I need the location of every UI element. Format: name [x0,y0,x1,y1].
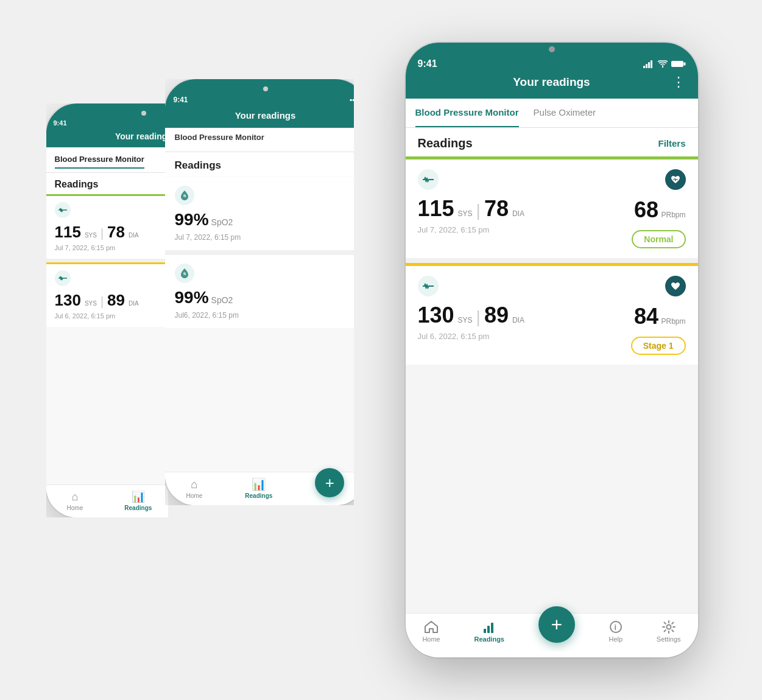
status-icons-phone2: ▪▪▪ [350,96,354,104]
phone-2: 9:41 ▪▪▪ Your readings Blood Pressure Mo… [165,79,354,505]
date-2-phone3: Jul 6, 2022, 6:15 pm [418,332,524,341]
camera-phone1 [141,111,146,116]
svg-point-15 [666,625,671,629]
time-phone3: 9:41 [418,58,437,69]
ecg-icon-2-phone3 [418,276,439,296]
nav-readings-phone2[interactable]: 📊 Readings [245,477,272,499]
dia-label-2-phone1: DIA [129,300,139,307]
tab-bp-phone2[interactable]: Blood Pressure Monitor [175,133,264,148]
scene: 9:41 ▪▪▪ Your readings Blood Pressure Mo… [46,30,716,670]
spo2-card-2-phone2: O₂ 99% SpO2 Jul6, 2022, 6:15 pm [165,255,354,328]
pr-val-1-phone3: 68 [634,197,658,222]
reading-card-1-phone3: 115 SYS | 78 DIA Jul 7, 2022, 6:15 pm [406,156,698,258]
bottom-nav-phone3: Home Readings + i Help [406,613,698,651]
nav-home-phone1[interactable]: ⌂ Home [67,491,83,511]
svg-text:i: i [614,623,616,632]
camera-phone2 [263,86,268,91]
ecg-icon-2-phone1 [55,270,71,286]
reading-card-2-phone1: 130 SYS | 89 DIA Jul 6, 2022, 6:15 pm [46,262,168,327]
nav-readings-phone3[interactable]: Readings [474,620,504,643]
fab-phone2[interactable]: + [315,468,344,497]
pr-val-2-phone3: 84 [634,304,658,329]
spo2-label-2-phone2: SpO2 [211,295,233,305]
fab-phone3[interactable]: + [538,606,575,643]
status-bar-phone1: 9:41 ▪▪▪ [46,116,168,129]
sys-val-1-phone3: 115 [418,196,454,222]
date-2-phone1: Jul 6, 2022, 6:15 pm [55,312,168,320]
sys-val-1-phone1: 115 [55,223,81,242]
card-divider-phone3 [406,258,698,263]
svg-rect-5 [646,64,647,68]
spo2-date-2-phone2: Jul6, 2022, 6:15 pm [175,311,354,320]
top-section-phone3: 9:41 [406,43,698,99]
readings-icon-phone1: 📊 [132,490,145,503]
sys-val-2-phone1: 130 [55,291,81,310]
wifi-icon [658,60,668,68]
phone-3: 9:41 [406,43,698,657]
dia-val-1-phone1: 78 [107,223,125,242]
bottom-nav-phone2: ⌂ Home 📊 Readings + [165,472,354,505]
svg-rect-4 [643,66,645,68]
pr-label-2-phone3: PRbpm [661,317,685,326]
dia-label-2-phone3: DIA [512,316,524,324]
nav-home-phone3[interactable]: Home [422,620,440,643]
tab-bp-phone1[interactable]: Blood Pressure Monitor [55,155,144,169]
sys-label-1-phone1: SYS [85,232,97,239]
home-icon-phone3 [424,620,439,634]
dia-label-1-phone1: DIA [129,232,139,239]
svg-rect-7 [651,60,652,68]
time-phone1: 9:41 [54,119,67,127]
spo2-date-1-phone2: Jul 7, 2022, 6:15 pm [175,233,354,242]
svg-text:O₂: O₂ [183,195,186,198]
ecg-icon-1-phone3 [418,169,439,190]
spo2-label-1-phone2: SpO2 [211,217,233,227]
heart-icon-1-phone3 [665,169,686,190]
nav-home-phone2[interactable]: ⌂ Home [186,478,203,499]
svg-rect-11 [487,626,490,633]
pr-label-1-phone3: PRbpm [661,211,685,219]
camera-phone3 [549,46,555,52]
spo2-icon-2-phone2: O₂ [175,264,194,283]
dia-val-2-phone1: 89 [107,291,125,310]
sys-label-2-phone3: SYS [458,316,473,324]
status-icons-phone3 [643,60,686,68]
svg-rect-12 [491,623,493,633]
spo2-card-1-phone2: O₂ 99% SpO2 Jul 7, 2022, 6:15 pm [165,177,354,250]
status-badge-stage1-phone3: Stage 1 [631,337,686,355]
content-phone3: Readings Filters 115 SYS | 78 [406,128,698,613]
menu-icon-phone3[interactable]: ⋮ [672,75,686,89]
date-1-phone3: Jul 7, 2022, 6:15 pm [418,225,524,234]
readings-title-phone2: Readings [175,159,222,171]
time-phone2: 9:41 [174,96,188,104]
phone3-bottom [406,651,698,657]
home-icon-phone2: ⌂ [191,478,197,491]
filters-btn-phone3[interactable]: Filters [658,138,685,149]
battery-icon [671,60,686,68]
header-phone3: Your readings ⋮ [406,73,698,99]
spo2-val-1-phone2: 99% [175,210,209,229]
date-1-phone1: Jul 7, 2022, 6:15 pm [55,244,168,251]
sys-label-1-phone3: SYS [458,209,473,218]
tab-bp-phone3[interactable]: Blood Pressure Monitor [415,99,519,127]
home-icon-phone1: ⌂ [71,491,78,503]
readings-header-phone3: Readings Filters [406,128,698,156]
readings-title-phone1: Readings [55,179,99,189]
dia-label-1-phone3: DIA [512,209,524,218]
spo2-val-2-phone2: 99% [175,288,209,307]
status-bar-phone2: 9:41 ▪▪▪ [165,91,354,107]
svg-text:O₂: O₂ [183,273,186,276]
tabs-phone3: Blood Pressure Monitor Pulse Oximeter [406,99,698,128]
header-phone1: Your readings [46,129,168,147]
svg-rect-10 [484,629,486,633]
nav-settings-phone3[interactable]: Settings [657,620,681,643]
sys-label-2-phone1: SYS [85,300,97,307]
bottom-nav-phone1: ⌂ Home 📊 Readings + [46,485,168,517]
nav-help-phone3[interactable]: i Help [609,620,623,643]
tab-oximeter-phone3[interactable]: Pulse Oximeter [534,99,596,127]
nav-readings-phone1[interactable]: 📊 Readings [124,490,152,511]
spo2-icon-1-phone2: O₂ [175,186,194,205]
readings-icon-phone3 [482,620,496,634]
dia-val-2-phone3: 89 [484,303,509,328]
status-badge-normal-phone3: Normal [632,230,685,248]
reading-card-1-phone1: 115 SYS | 78 DIA Jul 7, 2022, 6:15 pm [46,194,168,259]
